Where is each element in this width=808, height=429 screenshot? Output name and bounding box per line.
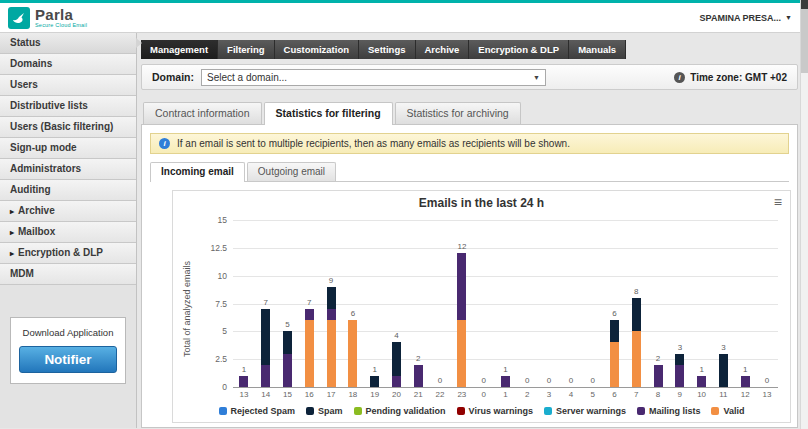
bar-segment [392, 376, 401, 387]
x-tick-label: 8 [647, 388, 669, 399]
sidebar-item-status[interactable]: Status [0, 33, 136, 54]
legend-item[interactable]: Spam [306, 406, 343, 416]
subtab-incoming-email[interactable]: Incoming email [150, 162, 245, 182]
gridline [233, 359, 778, 360]
bar-total-label: 6 [604, 309, 626, 318]
timezone-text: Time zone: GMT +02 [690, 72, 787, 83]
bar-total-label: 0 [516, 376, 538, 385]
x-tick-label: 13 [756, 388, 778, 399]
bar-segment [327, 287, 336, 309]
legend-label: Mailing lists [649, 406, 701, 416]
bar-segment [697, 376, 706, 387]
sidebar-item-distributive-lists[interactable]: Distributive lists [0, 96, 136, 117]
plot-area: 17579614201201000068231310 [233, 220, 778, 388]
sidebar-item-archive[interactable]: ▸Archive [0, 201, 136, 222]
x-tick-label: 17 [320, 388, 342, 399]
bar-total-label: 0 [429, 376, 451, 385]
scrollbar-thumb[interactable] [801, 9, 808, 73]
bar-total-label: 3 [669, 343, 691, 352]
sidebar-item-encryption-dlp[interactable]: ▸Encryption & DLP [0, 243, 136, 264]
legend-item[interactable]: Mailing lists [637, 406, 701, 416]
sidebar-item-auditing[interactable]: Auditing [0, 180, 136, 201]
notifier-button[interactable]: Notifier [19, 346, 117, 373]
x-tick-label: 16 [298, 388, 320, 399]
sidebar-item-users[interactable]: Users [0, 75, 136, 96]
domain-select[interactable]: Select a domain... ▼ [201, 69, 546, 86]
legend-item[interactable]: Virus warnings [457, 406, 533, 416]
gridline [233, 248, 778, 249]
bar-segment [632, 298, 641, 331]
legend-swatch [306, 407, 314, 415]
legend-label: Valid [723, 406, 744, 416]
sidebar-item-label: Distributive lists [10, 100, 88, 111]
plot-region: Total of analyzed emails 02.557.51012.51… [233, 220, 778, 388]
nav-tab-settings[interactable]: Settings [359, 40, 415, 59]
nav-tab-filtering[interactable]: Filtering [218, 40, 274, 59]
download-application-box: Download Application Notifier [10, 317, 126, 384]
x-axis-labels: 1314151617181920212223012345678910111213 [233, 388, 778, 399]
legend-item[interactable]: Rejected Spam [219, 406, 296, 416]
sidebar-item-mdm[interactable]: MDM [0, 264, 136, 285]
bar-segment [610, 342, 619, 387]
chart-legend: Rejected SpamSpamPending validationVirus… [181, 406, 782, 416]
sidebar-item-administrators[interactable]: Administrators [0, 159, 136, 180]
nav-tab-encryption-dlp[interactable]: Encryption & DLP [469, 40, 569, 59]
bar-segment [348, 320, 357, 387]
legend-item[interactable]: Server warnings [544, 406, 626, 416]
legend-item[interactable]: Valid [711, 406, 744, 416]
bar-total-label: 2 [647, 354, 669, 363]
sidebar-item-domains[interactable]: Domains [0, 54, 136, 75]
tab-statistics-for-filtering[interactable]: Statistics for filtering [264, 102, 393, 125]
x-tick-label: 21 [407, 388, 429, 399]
sidebar-item-label: Administrators [10, 163, 81, 174]
brand-tagline: Secure Cloud Email [35, 23, 87, 29]
sidebar-item-label: Sign-up mode [10, 142, 77, 153]
bar-segment [719, 354, 728, 387]
bar-segment [414, 365, 423, 387]
legend-label: Server warnings [556, 406, 626, 416]
parla-logo-icon [8, 7, 30, 29]
legend-swatch [544, 407, 552, 415]
gridline [233, 331, 778, 332]
expand-arrow-icon: ▸ [10, 249, 14, 258]
scrollbar-up-button[interactable] [801, 0, 808, 9]
x-tick-label: 15 [277, 388, 299, 399]
bar-total-label: 7 [255, 298, 277, 307]
legend-item[interactable]: Pending validation [354, 406, 446, 416]
expand-arrow-icon: ▸ [10, 207, 14, 216]
subtab-outgoing-email[interactable]: Outgoing email [247, 162, 336, 181]
bar-segment [654, 365, 663, 387]
sidebar-item-mailbox[interactable]: ▸Mailbox [0, 222, 136, 243]
bar-segment [327, 320, 336, 387]
bar-segment [675, 354, 684, 365]
sidebar-item-label: Users [10, 79, 38, 90]
sidebar-item-label: Status [10, 37, 41, 48]
nav-tab-manuals[interactable]: Manuals [569, 40, 626, 59]
domain-bar: Domain: Select a domain... ▼ i Time zone… [141, 64, 798, 90]
legend-swatch [219, 407, 227, 415]
bar-total-label: 1 [734, 365, 756, 374]
bar-total-label: 0 [560, 376, 582, 385]
bar-total-label: 5 [277, 320, 299, 329]
nav-tab-archive[interactable]: Archive [416, 40, 470, 59]
scrollbar[interactable] [800, 0, 808, 429]
nav-tab-management[interactable]: Management [141, 40, 218, 59]
y-tick-label: 5 [222, 326, 227, 336]
nav-tab-customization[interactable]: Customization [275, 40, 359, 59]
subtabs-row: Incoming email Outgoing email [150, 162, 789, 182]
sidebar-item-sign-up-mode[interactable]: Sign-up mode [0, 138, 136, 159]
bar-total-label: 1 [233, 365, 255, 374]
bar-segment [675, 365, 684, 387]
tab-statistics-for-archiving[interactable]: Statistics for archiving [395, 102, 521, 124]
account-menu[interactable]: SPAMINA PRESA... ▼ [700, 13, 792, 23]
notice-banner: i If an email is sent to multiple recipi… [150, 133, 789, 154]
bar-total-label: 3 [713, 343, 735, 352]
y-tick-label: 2.5 [215, 354, 227, 364]
tab-contract-information[interactable]: Contract information [143, 102, 262, 124]
x-tick-label: 1 [495, 388, 517, 399]
chart-menu-icon[interactable]: ≡ [774, 195, 782, 209]
bar-total-label: 0 [582, 376, 604, 385]
sidebar-item-users-basic-filtering[interactable]: Users (Basic filtering) [0, 117, 136, 138]
legend-swatch [354, 407, 362, 415]
sidebar-item-label: Domains [10, 58, 52, 69]
